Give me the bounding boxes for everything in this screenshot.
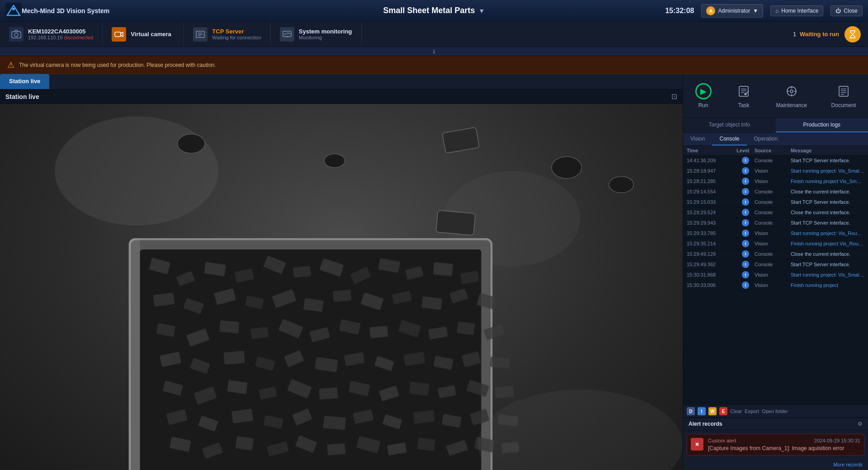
svg-rect-33 [293,266,311,277]
camera-ip: 192.168.110.19 disconnected [28,35,93,40]
row-level: I [736,250,755,258]
monitoring-icon [282,29,292,39]
svg-point-2 [12,8,15,10]
row-time: 15:30:31.868 [687,272,736,277]
level-badge: I [742,219,749,226]
table-row: 15:29:49.362 I Console Start TCP Server … [683,259,868,270]
toolbar-spacer [362,22,786,47]
monitoring-text-group: System monitoring Monitoring [299,28,352,40]
svg-rect-102 [236,436,254,451]
home-interface-button[interactable]: ⌂ Home Interface [770,5,823,16]
camera-icon-box [9,27,24,42]
project-dropdown-arrow[interactable]: ▼ [479,7,485,14]
document-button[interactable]: Document [824,80,863,112]
waiting-status: Waiting to run [800,31,839,38]
camera-toolbar-item[interactable]: KEM1022CA4030005 192.168.110.19 disconne… [0,22,103,47]
svg-point-22 [552,157,581,179]
col-message: Message [791,148,864,153]
svg-point-23 [609,176,633,193]
virtual-camera-toolbar-item[interactable]: Virtual camera [103,22,184,47]
col-time: Time [687,148,736,153]
camera-view [0,104,683,470]
vision-sub-tab[interactable]: Vision [683,133,712,146]
run-label: Run [698,102,708,108]
svg-point-21 [324,154,344,168]
row-message: Close the current interface. [791,189,864,194]
alert-section: Alert records ⚙ Custom alert 2024-09-29 … [683,418,868,470]
row-time: 15:29:15.033 [687,199,736,205]
svg-rect-66 [223,351,245,365]
table-row: 15:29:35.214 I Vision Finish running pro… [683,239,868,249]
row-message: Finish running project Vis_Small_Sheet_M… [791,179,864,184]
level-badge: I [742,261,749,268]
svg-rect-6 [115,32,121,37]
more-records-link[interactable]: More records [683,459,868,470]
filter-info[interactable]: I [698,407,706,415]
alert-settings-icon[interactable]: ⚙ [858,421,863,427]
alert-header: Alert records ⚙ [683,418,868,430]
waiting-icon[interactable] [844,26,861,42]
row-level: I [736,261,755,268]
alert-section-title: Alert records [689,421,722,427]
run-button[interactable]: ▶ Run [688,80,719,112]
open-folder-button[interactable]: Open folder [762,409,788,414]
export-button[interactable]: Export [745,409,759,414]
svg-marker-7 [121,32,123,37]
filter-error[interactable]: E [719,407,727,415]
table-row: 15:29:33.785 I Vision Start running proj… [683,228,868,239]
target-object-tab[interactable]: Target object info [683,118,776,132]
project-title-bar: Small Sheet Metal Parts ▼ [383,6,485,15]
maintenance-label: Maintenance [776,102,807,108]
warning-icon: ⚠ [7,60,14,70]
svg-point-118 [745,93,747,95]
production-logs-tab[interactable]: Production logs [776,118,868,132]
row-level: I [736,271,755,278]
table-row: 15:29:14.554 I Console Close the current… [683,187,868,197]
tcp-server-toolbar-item[interactable]: TCP Server Waiting for connection [184,22,270,47]
camera-icon [11,29,21,39]
console-table-header: Time Level Source Message [683,146,868,155]
console-table: Time Level Source Message 14:41:36.209 I… [683,146,868,405]
filter-debug[interactable]: D [687,407,695,415]
app-title: Mech-Mind 3D Vision System [22,7,109,14]
operation-sub-tab[interactable]: Operation [747,133,785,146]
level-badge: I [742,188,749,195]
admin-button[interactable]: A Administrator ▼ [701,4,763,18]
alert-timestamp: 2024-09-29 15:30:31 [814,438,860,443]
row-message: Close the current interface. [791,210,864,215]
svg-rect-125 [839,86,848,96]
home-icon: ⌂ [775,8,778,14]
svg-rect-49 [421,296,443,310]
monitoring-toolbar-item[interactable]: System monitoring Monitoring [271,22,362,47]
row-time: 15:29:49.129 [687,251,736,257]
row-level: I [736,157,755,164]
row-message: Finish running project [791,282,864,288]
table-row: 15:29:29.943 I Console Start TCP Server … [683,218,868,228]
console-sub-tab[interactable]: Console [712,133,746,146]
row-time: 15:29:49.362 [687,262,736,267]
task-button[interactable]: Task [728,80,759,112]
station-live-tab[interactable]: Station live [0,74,49,89]
expand-icon[interactable]: ⊡ [671,92,677,101]
monitoring-subtitle: Monitoring [299,35,352,40]
close-button[interactable]: ⏻ Close [830,5,863,16]
row-source: Console [755,262,791,267]
admin-label: Administrator [718,8,750,14]
maintenance-button[interactable]: Maintenance [769,80,814,112]
row-level: I [736,230,755,237]
svg-rect-75 [490,357,510,368]
titlebar: Mech-Mind 3D Vision System Small Sheet M… [0,0,868,22]
filter-warning[interactable]: W [708,407,717,415]
row-level: I [736,167,755,174]
svg-rect-4 [12,32,21,38]
svg-rect-27 [140,249,481,470]
row-time: 14:41:36.209 [687,158,736,163]
svg-point-20 [178,134,205,153]
row-message: Finish running project Vis_Round Steel B… [791,241,864,246]
row-source: Vision [755,282,791,288]
level-badge: I [742,240,749,247]
tcp-icon-box [193,27,208,42]
row-level: I [736,219,755,226]
clear-button[interactable]: Clear [730,409,742,414]
maintenance-icon [783,83,800,99]
